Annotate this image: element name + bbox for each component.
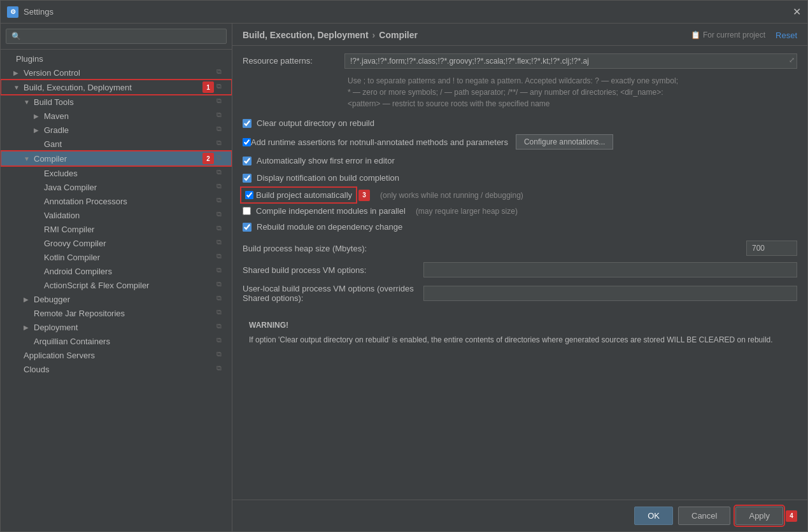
copy-icon: ⧉	[216, 82, 227, 92]
arrow-icon: ▶	[24, 324, 34, 331]
sidebar-item-maven[interactable]: ▶ Maven ⧉	[1, 109, 232, 123]
compile-parallel-checkbox[interactable]	[243, 207, 251, 215]
apply-button-wrapper: Apply 4	[735, 507, 797, 525]
settings-body: Resource patterns: ⤢ Use ; to separate p…	[232, 46, 807, 500]
step-badge: 2	[202, 153, 214, 164]
user-local-vm-input[interactable]	[423, 286, 797, 301]
copy-icon: ⧉	[216, 224, 227, 234]
sidebar-item-label: Arquillian Containers	[34, 337, 214, 346]
sidebar-item-label: Android Compilers	[44, 267, 214, 276]
sidebar-item-build-tools[interactable]: ▼ Build Tools ⧉	[1, 95, 232, 109]
resource-patterns-input[interactable]	[344, 53, 797, 69]
rebuild-dep-label: Rebuild module on dependency change	[257, 222, 402, 232]
clear-output-checkbox[interactable]	[243, 119, 252, 128]
copy-icon: ⧉	[216, 364, 227, 374]
checkbox-build-auto-row: Build project automatically 3 (only work…	[243, 189, 797, 201]
shared-vm-input[interactable]	[423, 262, 797, 277]
main-panel: Build, Execution, Deployment › Compiler …	[232, 24, 807, 531]
sidebar-item-label: Java Compiler	[44, 183, 214, 192]
warning-text: If option 'Clear output directory on reb…	[249, 334, 791, 346]
reset-button[interactable]: Reset	[776, 31, 797, 40]
sidebar-item-validation[interactable]: Validation ⧉	[1, 208, 232, 222]
copy-icon: ⧉	[216, 182, 227, 192]
sidebar-item-label: Debugger	[34, 295, 214, 304]
sidebar-item-gant[interactable]: Gant ⧉	[1, 137, 232, 151]
compile-parallel-label: Compile independent modules in parallel	[256, 206, 406, 216]
sidebar-item-plugins[interactable]: Plugins	[1, 52, 232, 66]
sidebar-item-debugger[interactable]: ▶ Debugger ⧉	[1, 292, 232, 306]
heap-size-row: Build process heap size (Mbytes):	[243, 241, 797, 256]
copy-icon: ⧉	[216, 294, 227, 304]
arrow-icon: ▶	[13, 69, 24, 76]
sidebar-item-compiler[interactable]: ▼ Compiler 2 ⧉	[1, 151, 232, 166]
build-auto-checkbox[interactable]	[245, 191, 253, 199]
sidebar-item-build-execution[interactable]: ▼ Build, Execution, Deployment 1 ⧉	[1, 80, 232, 95]
warning-box: WARNING! If option 'Clear output directo…	[243, 313, 797, 353]
copy-icon: ⧉	[216, 238, 227, 248]
sidebar-item-remote-jar[interactable]: Remote Jar Repositories ⧉	[1, 306, 232, 320]
heap-input[interactable]	[746, 241, 797, 256]
build-auto-label: Build project automatically	[256, 190, 352, 200]
build-auto-hint: (only works while not running / debuggin…	[380, 191, 523, 200]
sidebar-item-deployment[interactable]: ▶ Deployment ⧉	[1, 320, 232, 334]
sidebar-item-kotlin-compiler[interactable]: Kotlin Compiler ⧉	[1, 250, 232, 264]
copy-icon: ⧉	[216, 125, 227, 135]
copy-icon: ⧉	[216, 350, 227, 360]
show-first-error-checkbox[interactable]	[243, 157, 252, 165]
arrow-icon: ▶	[34, 113, 44, 120]
arrow-icon: ▼	[24, 99, 34, 106]
copy-icon: ⧉	[216, 168, 227, 178]
copy-icon: ⧉	[216, 139, 227, 149]
app-icon: ⚙	[7, 6, 18, 18]
sidebar-item-label: Application Servers	[24, 351, 214, 360]
sidebar-item-groovy-compiler[interactable]: Groovy Compiler ⧉	[1, 236, 232, 250]
sidebar-item-label: Compiler	[34, 154, 199, 164]
copy-icon: ⧉	[216, 97, 227, 107]
checkbox-compile-parallel-row: Compile independent modules in parallel …	[243, 206, 797, 216]
apply-button[interactable]: Apply	[735, 507, 783, 525]
header-right: 📋 For current project Reset	[691, 31, 797, 40]
titlebar: ⚙ Settings ✕	[1, 1, 807, 24]
sidebar-item-label: Build Tools	[34, 97, 214, 107]
sidebar-item-label: Validation	[44, 211, 214, 220]
step-badge: 3	[358, 190, 370, 201]
sidebar-item-label: Groovy Compiler	[44, 239, 214, 248]
display-notification-checkbox[interactable]	[243, 174, 252, 183]
sidebar-item-label: Plugins	[16, 54, 227, 64]
sidebar-item-clouds[interactable]: Clouds ⧉	[1, 362, 232, 376]
resource-patterns-label: Resource patterns:	[243, 53, 344, 66]
breadcrumb-current: Compiler	[379, 30, 418, 40]
copy-icon: ⧉	[216, 308, 227, 318]
close-icon[interactable]: ✕	[793, 6, 801, 18]
shared-vm-row: Shared build process VM options:	[243, 262, 797, 277]
arrow-icon: ▼	[24, 155, 34, 162]
warning-title: WARNING!	[249, 319, 791, 332]
copy-icon: ⧉	[216, 196, 227, 206]
checkbox-add-runtime-row: Add runtime assertions for notnull-annot…	[243, 134, 797, 150]
sidebar-item-gradle[interactable]: ▶ Gradle ⧉	[1, 123, 232, 137]
copy-icon: ⧉	[216, 111, 227, 121]
clear-output-label: Clear output directory on rebuild	[257, 118, 374, 128]
rebuild-dep-checkbox[interactable]	[243, 223, 252, 232]
copy-icon: ⧉	[216, 336, 227, 346]
search-input[interactable]	[6, 29, 227, 44]
compile-parallel-hint: (may require larger heap size)	[416, 207, 518, 216]
sidebar-item-rmi-compiler[interactable]: RMI Compiler ⧉	[1, 222, 232, 236]
sidebar-item-java-compiler[interactable]: Java Compiler ⧉	[1, 180, 232, 194]
arrow-icon: ▶	[24, 296, 34, 303]
checkbox-rebuild-dep: Rebuild module on dependency change	[243, 221, 797, 233]
sidebar-item-android-compilers[interactable]: Android Compilers ⧉	[1, 264, 232, 278]
sidebar-item-excludes[interactable]: Excludes ⧉	[1, 166, 232, 180]
configure-annotations-button[interactable]: Configure annotations...	[516, 134, 613, 150]
sidebar-item-annotation-processors[interactable]: Annotation Processors ⧉	[1, 194, 232, 208]
sidebar-item-label: Remote Jar Repositories	[34, 309, 214, 318]
sidebar-item-version-control[interactable]: ▶ Version Control ⧉	[1, 66, 232, 80]
search-bar	[1, 24, 232, 50]
cancel-button[interactable]: Cancel	[678, 507, 730, 525]
build-auto-highlighted: Build project automatically	[243, 189, 355, 201]
sidebar-item-actionscript-flex[interactable]: ActionScript & Flex Compiler ⧉	[1, 278, 232, 292]
sidebar-item-application-servers[interactable]: Application Servers ⧉	[1, 348, 232, 362]
sidebar-item-arquillian[interactable]: Arquillian Containers ⧉	[1, 334, 232, 348]
ok-button[interactable]: OK	[634, 507, 673, 525]
add-runtime-checkbox[interactable]	[243, 138, 251, 146]
